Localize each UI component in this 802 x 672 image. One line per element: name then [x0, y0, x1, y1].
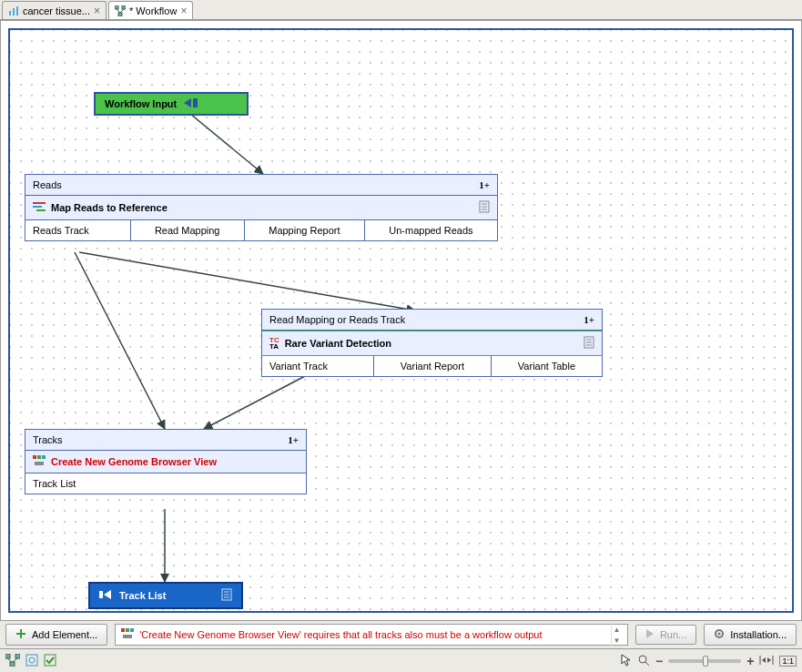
status-left [5, 654, 56, 668]
svg-rect-29 [99, 591, 103, 598]
validation-message-box: 'Create New Genome Browser View' require… [115, 624, 628, 646]
node-workflow-input[interactable]: Workflow Input [94, 92, 249, 116]
button-label: Add Element... [32, 629, 97, 640]
node-rare-variant[interactable]: Read Mapping or Reads Track 1+ TCTA Rare… [261, 309, 603, 377]
slider-thumb[interactable] [703, 656, 708, 667]
svg-rect-26 [37, 455, 41, 459]
play-icon [645, 629, 655, 640]
plus-icon [15, 628, 26, 641]
svg-rect-13 [193, 98, 198, 107]
close-icon[interactable]: × [94, 6, 100, 15]
svg-line-9 [75, 252, 165, 429]
node-input-header: Reads 1+ [25, 175, 497, 196]
svg-point-41 [718, 633, 721, 636]
button-label: Installation... [730, 629, 787, 640]
cardinality-label: 1+ [584, 314, 594, 325]
scroll-down-icon[interactable]: ▼ [612, 635, 622, 646]
output-variant-track[interactable]: Variant Track [262, 356, 374, 376]
node-title: Create New Genome Browser View [51, 456, 217, 467]
output-arrow-icon [99, 589, 112, 602]
node-input-header: Read Mapping or Reads Track 1+ [262, 310, 602, 331]
message-scroller[interactable]: ▲ ▼ [611, 624, 622, 646]
zoom-out-icon[interactable] [637, 654, 650, 668]
fit-width-icon[interactable] [759, 655, 774, 667]
workspace: cancer tissue... × * Workflow × [0, 0, 802, 672]
reads-icon [33, 201, 46, 214]
tab-bar: cancer tissue... × * Workflow × [0, 0, 802, 20]
svg-rect-47 [26, 655, 37, 666]
output-variant-report[interactable]: Variant Report [374, 356, 492, 376]
svg-rect-27 [42, 455, 46, 459]
workflow-canvas[interactable]: Workflow Input Reads 1+ Map Reads to R [8, 28, 794, 613]
node-label: Track List [119, 590, 166, 601]
button-label: Run... [660, 629, 686, 640]
overview-icon[interactable] [25, 654, 38, 668]
node-outputs: Variant Track Variant Report Variant Tab… [262, 356, 602, 376]
output-reads-track[interactable]: Reads Track [25, 220, 131, 240]
node-map-reads[interactable]: Reads 1+ Map Reads to Reference Re [25, 174, 498, 241]
gear-icon [714, 628, 725, 641]
workflow-view-icon[interactable] [5, 654, 20, 668]
installation-button[interactable]: Installation... [704, 624, 797, 646]
zoom-slider[interactable] [668, 659, 741, 663]
output-variant-table[interactable]: Variant Table [492, 356, 602, 376]
svg-rect-44 [10, 662, 15, 667]
node-title-row: TCTA Rare Variant Detection [262, 331, 602, 356]
input-label: Tracks [33, 434, 63, 445]
tracks-icon [121, 628, 134, 641]
add-element-button[interactable]: Add Element... [5, 624, 107, 646]
node-outputs: Reads Track Read Mapping Mapping Report … [25, 220, 497, 240]
canvas-wrap: Workflow Input Reads 1+ Map Reads to R [0, 20, 802, 621]
workflow-icon [115, 5, 126, 16]
node-input-header: Tracks 1+ [25, 430, 306, 451]
svg-rect-49 [45, 655, 56, 666]
input-arrow-icon [184, 97, 198, 110]
output-track-list[interactable]: Track List [25, 473, 306, 494]
svg-line-7 [120, 9, 124, 13]
document-icon[interactable] [221, 588, 232, 603]
pointer-icon[interactable] [621, 654, 632, 668]
input-label: Read Mapping or Reads Track [269, 314, 405, 325]
status-right: − + 1:1 [621, 654, 797, 668]
svg-rect-28 [35, 462, 44, 465]
svg-rect-0 [9, 11, 11, 15]
output-read-mapping[interactable]: Read Mapping [131, 220, 245, 240]
node-output-track-list[interactable]: Track List [88, 582, 243, 609]
validation-message: 'Create New Genome Browser View' require… [139, 629, 542, 640]
svg-line-45 [7, 658, 12, 662]
minus-icon[interactable]: − [655, 654, 663, 668]
tab-cancer-tissue[interactable]: cancer tissue... × [2, 1, 107, 19]
input-label: Reads [33, 179, 62, 190]
document-icon[interactable] [479, 200, 490, 215]
zoom-ratio[interactable]: 1:1 [779, 656, 797, 667]
svg-rect-2 [16, 6, 18, 15]
tab-label: * Workflow [129, 5, 177, 16]
svg-rect-39 [123, 635, 132, 638]
close-icon[interactable]: × [180, 6, 187, 15]
output-mapping-report[interactable]: Mapping Report [245, 220, 365, 240]
run-button[interactable]: Run... [635, 625, 696, 645]
svg-rect-38 [130, 628, 134, 632]
barchart-icon [8, 5, 19, 16]
svg-rect-42 [5, 654, 10, 658]
tcta-icon: TCTA [269, 337, 279, 350]
output-unmapped-reads[interactable]: Un-mapped Reads [365, 220, 497, 240]
validate-icon[interactable] [44, 654, 56, 668]
node-label: Workflow Input [105, 98, 177, 109]
cardinality-label: 1+ [288, 434, 299, 445]
tab-workflow[interactable]: * Workflow × [108, 1, 193, 19]
node-genome-browser[interactable]: Tracks 1+ Create New Genome Browser View… [25, 429, 307, 494]
node-title: Map Reads to Reference [51, 202, 168, 213]
svg-rect-1 [13, 8, 15, 15]
plus-icon[interactable]: + [746, 654, 754, 668]
document-icon[interactable] [584, 336, 594, 351]
svg-rect-25 [33, 455, 36, 459]
svg-line-10 [79, 252, 415, 311]
scroll-up-icon[interactable]: ▲ [612, 624, 622, 635]
svg-rect-3 [115, 5, 118, 9]
svg-line-11 [204, 374, 309, 429]
svg-rect-35 [16, 633, 25, 635]
node-title: Rare Variant Detection [285, 338, 391, 349]
status-bar: − + 1:1 [0, 648, 802, 672]
svg-line-46 [13, 658, 17, 662]
